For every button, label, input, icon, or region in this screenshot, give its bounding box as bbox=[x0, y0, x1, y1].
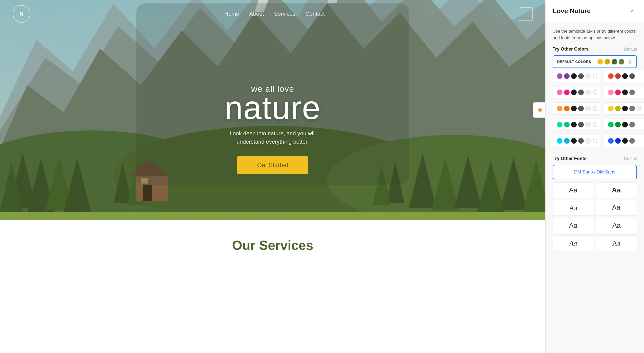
swatch-ro3 bbox=[622, 90, 628, 95]
hero-cta-button[interactable]: Get Started bbox=[237, 156, 309, 174]
color-swatches-pink bbox=[557, 90, 591, 95]
color-option-default-label: DEFAULT COLORS bbox=[557, 60, 591, 64]
fonts-section: Try Other Fonts Default DM Sans / DM San… bbox=[553, 156, 637, 251]
nav-extra-button[interactable] bbox=[519, 7, 533, 21]
swatch-t3 bbox=[571, 122, 577, 127]
color-swatches-yellow bbox=[608, 106, 642, 111]
color-option-cyan[interactable] bbox=[553, 135, 602, 147]
swatch-ro1 bbox=[608, 90, 614, 95]
color-swatches-purple bbox=[557, 73, 591, 79]
color-radio-cyan bbox=[593, 139, 597, 143]
swatch-o1 bbox=[557, 106, 562, 111]
swatch-ro4 bbox=[629, 90, 635, 95]
color-option-red[interactable] bbox=[604, 70, 644, 82]
color-radio-teal bbox=[593, 122, 597, 127]
fonts-default-link[interactable]: Default bbox=[624, 157, 637, 161]
font-card-5[interactable]: Aa bbox=[553, 218, 594, 233]
swatch-1 bbox=[597, 59, 603, 64]
swatch-c5 bbox=[585, 138, 591, 144]
customization-panel: Love Nature × Use the template as-is or … bbox=[545, 0, 644, 353]
color-swatches-blue bbox=[608, 138, 635, 144]
swatch-y3 bbox=[622, 106, 628, 111]
swatch-pk1 bbox=[557, 90, 562, 95]
font-options-grid: Aa Aa Aa Aa Aa Aa Aa bbox=[553, 182, 637, 251]
swatch-pk4 bbox=[578, 90, 584, 95]
swatch-g2 bbox=[615, 122, 621, 127]
swatch-o2 bbox=[564, 106, 570, 111]
swatch-3 bbox=[612, 59, 617, 64]
color-option-blue[interactable] bbox=[604, 135, 644, 147]
color-option-default-swatches bbox=[597, 59, 632, 64]
swatch-ro2 bbox=[615, 90, 621, 95]
palette-icon: 🎨 bbox=[538, 108, 543, 113]
swatch-y5 bbox=[636, 106, 642, 111]
font-card-3[interactable]: Aa bbox=[553, 200, 594, 216]
swatch-p3 bbox=[571, 73, 577, 79]
font-preview-3: Aa bbox=[569, 204, 577, 212]
color-radio-default bbox=[628, 59, 632, 64]
color-swatches-red bbox=[608, 73, 635, 79]
color-option-purple[interactable] bbox=[553, 70, 602, 82]
font-preview-8: Aa bbox=[612, 239, 620, 247]
color-options-grid bbox=[553, 70, 637, 149]
swatch-p5 bbox=[585, 73, 591, 79]
colors-section-label: Try Other Colors bbox=[553, 47, 589, 52]
color-swatches-rose bbox=[608, 90, 635, 95]
swatch-r3 bbox=[622, 73, 628, 79]
font-card-1[interactable]: Aa bbox=[553, 182, 594, 198]
swatch-pk2 bbox=[564, 90, 570, 95]
swatch-o5 bbox=[585, 106, 591, 111]
hero-desc-line2: understand everything better. bbox=[237, 139, 309, 145]
color-option-yellow[interactable] bbox=[604, 102, 644, 115]
services-section: Our Services bbox=[0, 220, 545, 271]
font-card-4[interactable]: Aa bbox=[596, 200, 637, 216]
hero-content: we all love nature Look deep into nature… bbox=[0, 38, 545, 220]
color-swatches-teal bbox=[557, 122, 591, 127]
nav-logo[interactable]: N bbox=[13, 5, 30, 23]
swatch-o4 bbox=[578, 106, 584, 111]
font-preview-6: Aa bbox=[612, 222, 620, 230]
color-option-rose[interactable] bbox=[604, 86, 644, 98]
colors-default-link[interactable]: Default bbox=[624, 47, 637, 52]
swatch-y1 bbox=[608, 106, 614, 111]
services-title: Our Services bbox=[232, 238, 313, 253]
font-card-7[interactable]: Aa bbox=[553, 235, 594, 251]
hero-title: nature bbox=[225, 91, 321, 124]
swatch-c2 bbox=[564, 138, 570, 144]
nav-contact[interactable]: Contact bbox=[306, 11, 325, 17]
nav-services[interactable]: Services bbox=[274, 11, 295, 17]
font-card-2[interactable]: Aa bbox=[596, 182, 637, 198]
swatch-t2 bbox=[564, 122, 570, 127]
swatch-r1 bbox=[608, 73, 614, 79]
swatch-4 bbox=[619, 59, 624, 64]
swatch-b3 bbox=[622, 138, 628, 144]
color-radio-pink bbox=[593, 90, 597, 95]
svg-point-32 bbox=[629, 61, 631, 63]
hero-desc-line1: Look deep into nature, and you will bbox=[230, 130, 316, 137]
navigation: N Home About Services Contact bbox=[0, 0, 545, 28]
swatch-c1 bbox=[557, 138, 562, 144]
swatch-t5 bbox=[585, 122, 591, 127]
color-option-green[interactable] bbox=[604, 119, 644, 131]
color-option-pink[interactable] bbox=[553, 86, 602, 98]
fonts-section-header: Try Other Fonts Default bbox=[553, 156, 637, 161]
color-option-teal[interactable] bbox=[553, 119, 602, 131]
nav-home[interactable]: Home bbox=[224, 11, 239, 17]
panel-description: Use the template as-is or try different … bbox=[553, 28, 637, 41]
swatch-g1 bbox=[608, 122, 614, 127]
panel-close-button[interactable]: × bbox=[628, 6, 637, 15]
swatch-t4 bbox=[578, 122, 584, 127]
font-card-6[interactable]: Aa bbox=[596, 218, 637, 233]
font-option-dm-sans[interactable]: DM Sans / DM Sans bbox=[553, 165, 637, 179]
swatch-b1 bbox=[608, 138, 614, 144]
font-card-8[interactable]: Aa bbox=[596, 235, 637, 251]
palette-toggle-button[interactable]: 🎨 bbox=[533, 102, 545, 118]
color-option-orange[interactable] bbox=[553, 102, 602, 115]
font-preview-5: Aa bbox=[569, 222, 577, 230]
hero-section: N Home About Services Contact we all lov… bbox=[0, 0, 545, 220]
color-option-default[interactable]: DEFAULT COLORS bbox=[553, 55, 637, 68]
swatch-p2 bbox=[564, 73, 570, 79]
website-preview: N Home About Services Contact we all lov… bbox=[0, 0, 545, 353]
nav-about[interactable]: About bbox=[249, 11, 264, 17]
swatch-g4 bbox=[629, 122, 635, 127]
